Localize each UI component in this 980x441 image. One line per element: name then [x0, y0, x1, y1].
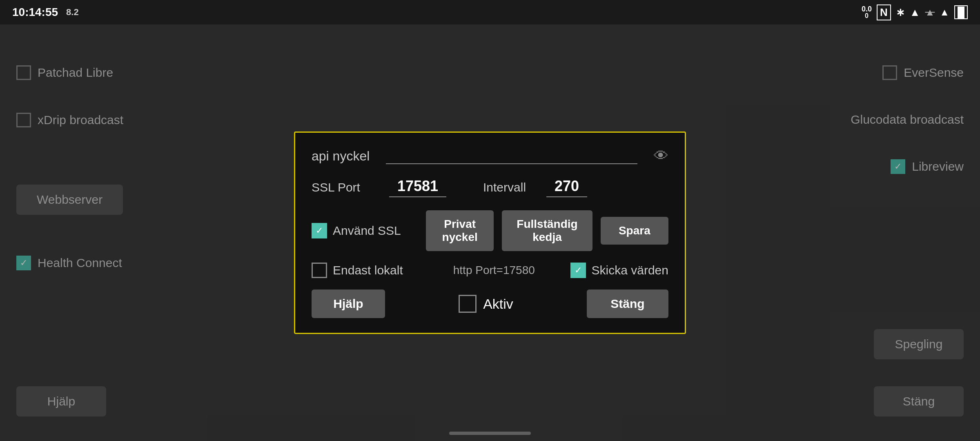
aktiv-checkbox[interactable]	[459, 295, 477, 313]
signal-icon-1: ▲	[925, 7, 935, 18]
intervall-value[interactable]: 270	[546, 178, 587, 197]
endast-lokalt-checkbox[interactable]	[312, 263, 327, 278]
ssl-port-value[interactable]: 17581	[389, 178, 446, 197]
api-key-row: api nyckel 👁︎	[312, 147, 668, 165]
wifi-icon: ▲	[910, 6, 920, 19]
anvand-ssl-label: Använd SSL	[333, 224, 401, 238]
eye-icon[interactable]: 👁︎	[654, 147, 668, 165]
skicka-varden-label: Skicka värden	[592, 263, 668, 277]
privat-nyckel-button[interactable]: Privat nyckel	[426, 210, 494, 251]
status-right: 0.0 0 N ∗ ▲ ▲ ▲ █	[862, 4, 968, 20]
http-port-text: http Port=17580	[430, 264, 558, 277]
dialog-hjalp-button[interactable]: Hjälp	[312, 290, 385, 318]
spara-button[interactable]: Spara	[601, 217, 668, 245]
aktiv-label: Aktiv	[483, 296, 513, 312]
anvand-ssl-checkbox[interactable]: ✓	[312, 223, 327, 238]
endast-lokalt-label: Endast lokalt	[333, 263, 403, 277]
dialog-stang-button[interactable]: Stäng	[587, 290, 668, 318]
status-left: 10:14:55 8.2	[12, 6, 79, 19]
anvand-ssl-check-icon: ✓	[316, 226, 323, 235]
fullstandig-kedja-button[interactable]: Fullständig kedja	[502, 210, 592, 251]
time-display: 10:14:55	[12, 6, 58, 19]
skicka-varden-check-icon: ✓	[575, 266, 582, 275]
ssl-action-row: ✓ Använd SSL Privat nyckel Fullständig k…	[312, 210, 668, 251]
skicka-varden-checkbox[interactable]: ✓	[570, 263, 586, 278]
skicka-varden-label-group: ✓ Skicka värden	[570, 263, 668, 278]
signal-icon-2: ▲	[940, 7, 949, 18]
status-bar: 10:14:55 8.2 0.0 0 N ∗ ▲ ▲ ▲ █	[0, 0, 980, 24]
lokalt-row: Endast lokalt http Port=17580 ✓ Skicka v…	[312, 263, 668, 278]
bottom-action-row: Hjälp Aktiv Stäng	[312, 290, 668, 318]
nfc-icon: N	[877, 4, 891, 20]
endast-lokalt-label-group: Endast lokalt	[312, 263, 418, 278]
dialog: api nyckel 👁︎ SSL Port 17581 Intervall 2…	[294, 131, 686, 334]
api-key-input[interactable]	[386, 148, 637, 164]
battery-icon: █	[954, 5, 968, 19]
ssl-port-label: SSL Port	[312, 180, 377, 194]
anvand-ssl-label-group: ✓ Använd SSL	[312, 223, 418, 238]
intervall-label: Intervall	[483, 180, 526, 194]
api-key-label: api nyckel	[312, 149, 370, 164]
dialog-overlay: api nyckel 👁︎ SSL Port 17581 Intervall 2…	[0, 24, 980, 441]
ssl-port-row: SSL Port 17581 Intervall 270	[312, 178, 668, 197]
aktiv-label-group: Aktiv	[459, 295, 513, 313]
bluetooth-icon: ∗	[896, 6, 905, 19]
signal-display: 8.2	[66, 7, 79, 18]
data-counter: 0.0 0	[862, 5, 872, 19]
